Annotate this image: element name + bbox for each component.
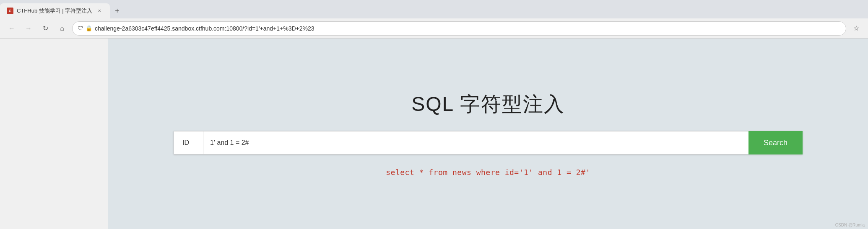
search-form: ID Search (174, 131, 803, 154)
bookmark-button[interactable]: ☆ (850, 22, 863, 35)
tab-title: CTFHub 技能学习 | 字符型注入 (17, 7, 92, 15)
tab-close-button[interactable]: × (96, 7, 103, 15)
forward-button[interactable]: → (22, 22, 35, 35)
tab-favicon: C (7, 8, 13, 14)
tab-bar: C CTFHub 技能学习 | 字符型注入 × + (0, 0, 868, 18)
reload-button[interactable]: ↻ (39, 22, 52, 35)
lock-icon: 🔒 (86, 25, 92, 31)
address-bar[interactable]: 🛡 🔒 (72, 21, 846, 36)
browser-toolbar: ← → ↻ ⌂ 🛡 🔒 ☆ (0, 18, 868, 39)
watermark: CSDN @Rumia (835, 223, 865, 227)
new-tab-button[interactable]: + (110, 3, 125, 18)
id-label: ID (174, 131, 203, 154)
home-button[interactable]: ⌂ (55, 22, 69, 35)
page-title: SQL 字符型注入 (411, 91, 565, 118)
search-button[interactable]: Search (748, 131, 803, 154)
search-input[interactable] (203, 131, 748, 154)
page-wrapper: SQL 字符型注入 ID Search select * from news w… (0, 39, 868, 229)
back-icon: ← (8, 25, 15, 32)
sql-output: select * from news where id='1' and 1 = … (386, 168, 590, 177)
back-button[interactable]: ← (5, 22, 18, 35)
address-input[interactable] (95, 25, 841, 32)
star-icon: ☆ (853, 24, 859, 32)
home-icon: ⌂ (60, 25, 64, 32)
forward-icon: → (25, 25, 32, 32)
main-content: SQL 字符型注入 ID Search select * from news w… (108, 39, 868, 229)
sidebar-space (0, 39, 108, 229)
security-icon: 🛡 (78, 25, 83, 31)
active-tab[interactable]: C CTFHub 技能学习 | 字符型注入 × (0, 3, 110, 18)
reload-icon: ↻ (43, 24, 48, 32)
